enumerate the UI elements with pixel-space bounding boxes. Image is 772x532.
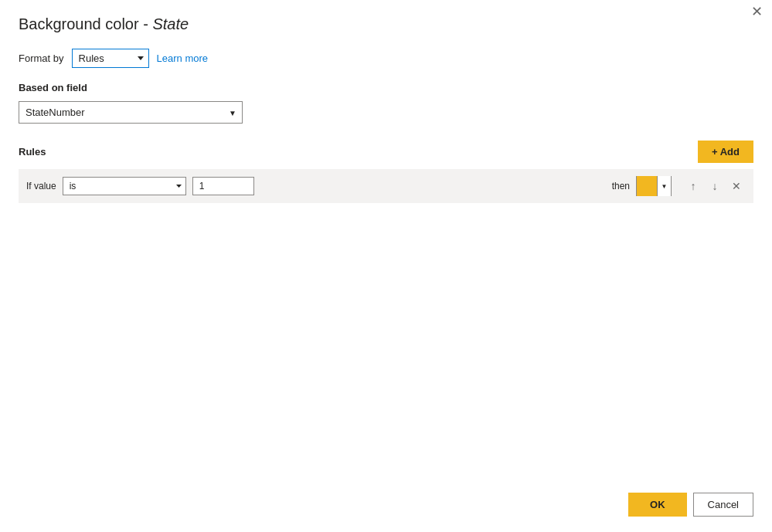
learn-more-link[interactable]: Learn more (157, 53, 208, 64)
color-dropdown-arrow-icon: ▼ (657, 176, 671, 196)
format-row: Format by Rules Color scale Gradient Lea… (19, 49, 753, 68)
move-down-button[interactable]: ↓ (706, 177, 724, 195)
rule-condition-select[interactable]: is is not is greater than is less than i… (63, 177, 186, 195)
rule-row: If value is is not is greater than is le… (19, 169, 753, 203)
ok-button[interactable]: OK (628, 493, 687, 517)
rule-value-input[interactable] (192, 177, 254, 195)
then-label: then (612, 181, 630, 191)
dialog-title: Background color - State (19, 15, 753, 33)
based-on-field-label: Based on field (19, 82, 753, 93)
color-picker-button[interactable]: ▼ (636, 176, 672, 196)
cancel-button[interactable]: Cancel (693, 493, 753, 517)
field-select[interactable]: StateNumber (19, 101, 243, 124)
rules-title: Rules (19, 146, 46, 158)
footer: OK Cancel (628, 493, 753, 517)
dialog: ✕ Background color - State Format by Rul… (0, 0, 772, 532)
move-up-button[interactable]: ↑ (684, 177, 702, 195)
close-button[interactable]: ✕ (751, 5, 763, 19)
rules-header: Rules + Add (19, 141, 753, 163)
rule-actions: ↑ ↓ ✕ (684, 177, 746, 195)
format-by-label: Format by (19, 53, 64, 64)
color-swatch (637, 176, 657, 196)
delete-rule-button[interactable]: ✕ (727, 177, 746, 195)
if-value-label: If value (26, 181, 56, 191)
format-by-select[interactable]: Rules Color scale Gradient (72, 49, 149, 68)
field-select-wrapper: StateNumber ▼ (19, 101, 243, 124)
add-rule-button[interactable]: + Add (698, 141, 753, 163)
